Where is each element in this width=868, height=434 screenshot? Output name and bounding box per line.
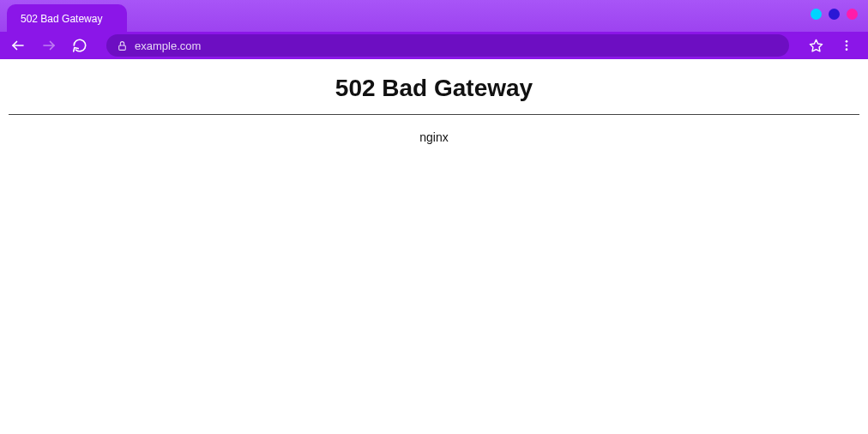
- back-button[interactable]: [9, 36, 27, 55]
- svg-marker-3: [810, 39, 822, 51]
- page-content: 502 Bad Gateway nginx: [0, 59, 868, 144]
- toolbar: example.com: [0, 32, 868, 59]
- reload-button[interactable]: [70, 36, 89, 55]
- window-maximize-dot[interactable]: [829, 9, 840, 20]
- browser-chrome: 502 Bad Gateway example.com: [0, 0, 868, 59]
- error-heading: 502 Bad Gateway: [9, 75, 859, 102]
- window-controls: [811, 9, 858, 20]
- arrow-right-icon: [41, 38, 57, 53]
- svg-point-4: [846, 40, 848, 43]
- tab-title: 502 Bad Gateway: [21, 13, 102, 25]
- tab-bar: 502 Bad Gateway: [0, 0, 868, 32]
- svg-rect-2: [119, 45, 126, 49]
- address-bar[interactable]: example.com: [106, 34, 789, 57]
- arrow-left-icon: [10, 38, 26, 53]
- kebab-menu-icon: [840, 39, 853, 52]
- lock-icon: [117, 40, 128, 51]
- server-name: nginx: [9, 130, 859, 144]
- star-icon: [809, 39, 823, 53]
- divider: [9, 114, 859, 115]
- svg-point-5: [846, 45, 848, 47]
- window-minimize-dot[interactable]: [811, 9, 822, 20]
- window-close-dot[interactable]: [847, 9, 858, 20]
- toolbar-right-actions: [806, 36, 859, 55]
- menu-button[interactable]: [837, 36, 856, 55]
- address-url: example.com: [135, 39, 201, 52]
- forward-button[interactable]: [39, 36, 58, 55]
- reload-icon: [72, 38, 87, 53]
- browser-tab[interactable]: 502 Bad Gateway: [7, 4, 127, 32]
- svg-point-6: [846, 48, 848, 51]
- bookmark-button[interactable]: [806, 36, 825, 55]
